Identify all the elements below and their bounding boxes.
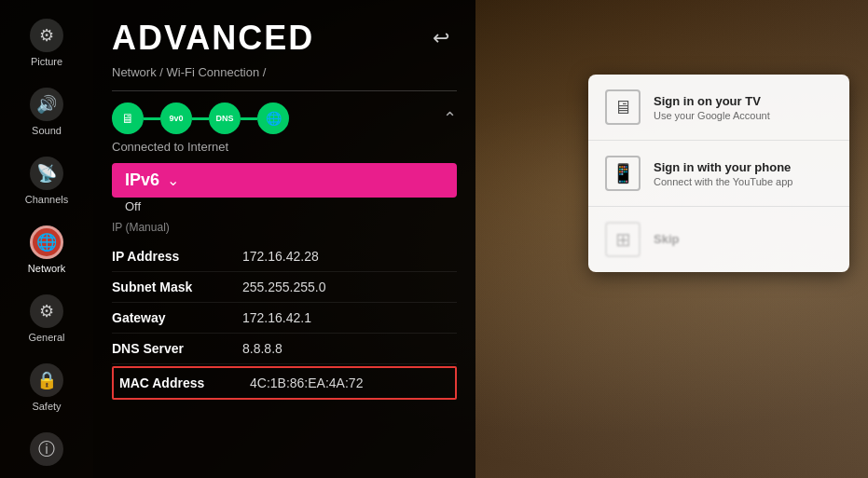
mac-label: MAC Address (119, 376, 250, 390)
phone-icon: 📱 (605, 156, 641, 191)
ip-address-value: 172.16.42.28 (242, 249, 319, 264)
step-3: DNS (209, 102, 241, 134)
ip-address-label: IP Address (112, 249, 242, 264)
safety-icon: 🔒 (30, 363, 63, 397)
info-row-subnet: Subnet Mask 255.255.255.0 (112, 272, 457, 303)
sign-in-tv-title: Sign in on your TV (654, 94, 770, 108)
back-button[interactable]: ↩ (425, 22, 457, 54)
main-panel: ADVANCED ↩ Network / Wi-Fi Connection / … (93, 0, 475, 478)
step-4: 🌐 (257, 102, 289, 134)
panel-header: ADVANCED ↩ (112, 19, 457, 58)
ipv6-label: IPv6 (125, 171, 159, 190)
yt-option-sign-in-tv[interactable]: 🖥 Sign in on your TV Use your Google Acc… (588, 75, 849, 141)
gateway-value: 172.16.42.1 (242, 310, 311, 325)
step-line-2 (192, 117, 209, 120)
general-icon: ⚙ (30, 294, 63, 328)
step-line-3 (241, 117, 257, 120)
info-row-dns: DNS Server 8.8.8.8 (112, 334, 457, 364)
skip-icon: ⊞ (605, 222, 641, 257)
dns-value: 8.8.8.8 (242, 341, 282, 356)
sidebar-item-network[interactable]: 🌐 Network (5, 216, 89, 283)
sidebar-item-general[interactable]: ⚙ General (5, 285, 89, 352)
sidebar-item-picture[interactable]: ⚙ Picture (5, 9, 89, 76)
step-2: 9v0 (160, 102, 192, 134)
yt-option-sign-in-phone[interactable]: 📱 Sign in with your phone Connect with t… (588, 141, 849, 207)
ipv6-chevron-icon: ⌄ (167, 171, 179, 189)
skip-text: Skip (654, 232, 679, 248)
sound-icon: 🔊 (30, 88, 63, 121)
step-3-icon: DNS (215, 114, 233, 123)
sign-in-tv-text: Sign in on your TV Use your Google Accou… (654, 94, 770, 121)
step-line-1 (144, 117, 160, 120)
page-title: ADVANCED (112, 19, 314, 58)
picture-icon: ⚙ (30, 19, 63, 52)
sign-in-phone-subtitle: Connect with the YouTube app (654, 176, 792, 187)
info-row-mac: MAC Address 4C:1B:86:EA:4A:72 (112, 366, 457, 400)
connected-text: Connected to Internet (112, 140, 457, 154)
gateway-label: Gateway (112, 310, 242, 325)
dns-label: DNS Server (112, 341, 242, 356)
sidebar-label-channels: Channels (25, 194, 68, 205)
mac-value: 4C:1B:86:EA:4A:72 (250, 376, 363, 390)
step-2-icon: 9v0 (169, 114, 183, 123)
sidebar-label-safety: Safety (32, 401, 61, 412)
sidebar: ⚙ Picture 🔊 Sound 📡 Channels 🌐 Network ⚙… (0, 0, 93, 478)
sidebar-label-picture: Picture (31, 56, 62, 67)
tv-icon: 🖥 (605, 89, 641, 125)
sign-in-phone-title: Sign in with your phone (654, 160, 792, 174)
sidebar-item-accessibility[interactable]: ⓘ (5, 423, 89, 478)
subnet-label: Subnet Mask (112, 280, 242, 294)
step-1: 🖥 (112, 102, 144, 134)
step-1-icon: 🖥 (121, 111, 134, 126)
sidebar-label-network: Network (28, 263, 65, 274)
sidebar-label-general: General (28, 332, 64, 343)
sign-in-tv-subtitle: Use your Google Account (654, 110, 770, 121)
collapse-icon[interactable]: ⌃ (443, 108, 457, 129)
sidebar-item-safety[interactable]: 🔒 Safety (5, 354, 89, 421)
yt-option-skip[interactable]: ⊞ Skip (588, 207, 849, 272)
network-icon: 🌐 (30, 225, 63, 259)
divider-top (112, 90, 457, 91)
skip-title: Skip (654, 232, 679, 246)
sidebar-label-sound: Sound (32, 125, 62, 136)
channels-icon: 📡 (30, 157, 63, 190)
youtube-panel: 🖥 Sign in on your TV Use your Google Acc… (588, 75, 849, 272)
network-steps: 🖥 9v0 DNS 🌐 (112, 102, 289, 134)
sign-in-phone-text: Sign in with your phone Connect with the… (654, 160, 792, 187)
accessibility-icon: ⓘ (30, 432, 63, 466)
sidebar-item-sound[interactable]: 🔊 Sound (5, 78, 89, 145)
ipv6-state: Off (112, 199, 457, 213)
connection-status-row: 🖥 9v0 DNS 🌐 ⌃ (112, 102, 457, 134)
subnet-value: 255.255.255.0 (242, 280, 326, 294)
sidebar-item-channels[interactable]: 📡 Channels (5, 147, 89, 214)
step-4-icon: 🌐 (266, 111, 282, 126)
ipv6-row[interactable]: IPv6 ⌄ (112, 163, 457, 198)
info-row-gateway: Gateway 172.16.42.1 (112, 303, 457, 334)
breadcrumb: Network / Wi-Fi Connection / (112, 65, 457, 79)
info-row-ip: IP Address 172.16.42.28 (112, 241, 457, 272)
ip-manual-label: IP (Manual) (112, 221, 457, 234)
